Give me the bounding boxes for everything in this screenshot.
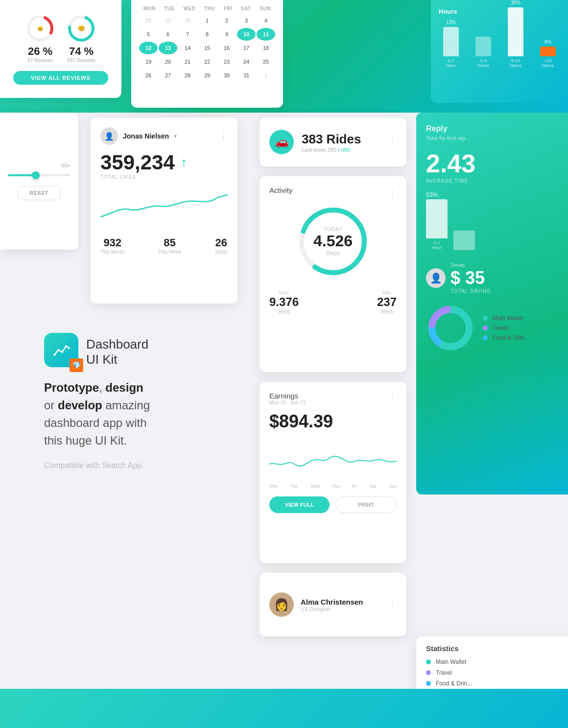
slider-card: 60+ RESET: [0, 113, 78, 250]
cal-cell[interactable]: 23: [217, 55, 236, 68]
cal-cell[interactable]: 28: [178, 69, 197, 82]
cal-cell[interactable]: 31: [237, 69, 256, 82]
cal-cell[interactable]: 29: [159, 14, 177, 27]
bar-label: 8-24Hours: [510, 58, 521, 68]
steps-value: 4.526: [313, 232, 353, 250]
earnings-chart: [269, 440, 397, 479]
avg-time-number: 2.43: [426, 149, 558, 178]
dropdown-icon[interactable]: ▾: [174, 133, 177, 140]
profile-info: Alma Christensen UX Designer: [301, 598, 381, 612]
cal-cell[interactable]: 20: [159, 55, 177, 68]
wallet-donut: [426, 304, 475, 352]
review-sub-1: 57 Reviews: [27, 58, 53, 63]
activity-card: Activity ⋮ TODAY 4.526 Steps MAX 9.376 S…: [260, 176, 406, 372]
stat-travel-label: Travel: [436, 669, 452, 676]
max-label: MAX: [279, 290, 289, 295]
hours-bars: 13% 0-1Hour 1-4Hours 30% 8-24Hours 4% >2…: [439, 21, 560, 80]
stat-num: 932: [103, 236, 121, 249]
stat-travel-dot: [426, 670, 431, 675]
cal-cell[interactable]: 15: [198, 42, 216, 54]
cal-cell[interactable]: 3: [237, 14, 256, 27]
min-unit: Steps: [380, 309, 393, 314]
earnings-title-text: Earnings: [269, 392, 306, 400]
bar-group-24plus: 4% >24Hours: [536, 39, 560, 68]
cal-cell[interactable]: 22: [198, 55, 216, 68]
cal-cell[interactable]: 16: [217, 42, 236, 54]
view-all-reviews-button[interactable]: VIEW ALL REVIEWS: [13, 71, 108, 85]
cal-cell[interactable]: 5: [139, 28, 158, 41]
food-dot: [483, 335, 488, 340]
stat-num: 26: [215, 236, 227, 249]
cal-cell[interactable]: 30: [178, 14, 197, 27]
cal-cell[interactable]: 27: [159, 69, 177, 82]
dashboard-section: 💎 Dashboard UI Kit Prototype, design or …: [44, 333, 250, 470]
reset-button[interactable]: RESET: [18, 186, 61, 200]
cal-cell[interactable]: 1: [198, 14, 216, 27]
bar-label: >24Hours: [542, 58, 554, 68]
cal-cell[interactable]: 19: [139, 55, 158, 68]
stats-row: 932 This Month 85 This Week 26 Today: [100, 236, 228, 255]
wallet-section: Main Wallet Travel Food & Drin...: [426, 304, 558, 352]
cal-cell[interactable]: 17: [237, 42, 256, 54]
cal-cell[interactable]: 8: [198, 28, 216, 41]
statistics-title: Statistics: [426, 644, 558, 653]
view-full-button[interactable]: VIEW FULL: [269, 496, 330, 513]
svg-text:😊: 😊: [78, 24, 85, 32]
cal-cell[interactable]: 24: [237, 55, 256, 68]
day-sun: Sun: [389, 484, 397, 489]
travel-label: Travel: [493, 325, 509, 331]
stat-label: This Week: [158, 249, 181, 255]
donut-center: TODAY 4.526 Steps: [313, 227, 353, 256]
stat-travel: Travel: [426, 669, 558, 676]
cal-cell-selected[interactable]: 11: [257, 28, 275, 41]
earnings-title: Earnings Mon 15 - Sun 21: [269, 392, 306, 405]
bar-rect: [475, 37, 491, 56]
review-item-1: 😐 26 % 57 Reviews: [25, 14, 55, 63]
cal-cell[interactable]: 21: [178, 55, 197, 68]
profile-role: UX Designer: [301, 606, 381, 612]
wallet-legend: Main Wallet Travel Food & Drin...: [483, 315, 529, 341]
cal-cell-selected[interactable]: 10: [237, 28, 256, 41]
likes-number: 359,234 ↑: [100, 151, 228, 174]
print-button[interactable]: PRINT: [335, 496, 397, 513]
earnings-more-button[interactable]: ⋮: [388, 393, 397, 404]
rides-more-button[interactable]: ⋮: [388, 137, 397, 147]
cal-cell[interactable]: 7: [178, 28, 197, 41]
savings-label: TOTAL SAVING: [450, 288, 491, 294]
jonas-header: 👤 Jonas Nielsen ▾ ⋮: [100, 127, 228, 145]
review-pct-1: 26 %: [28, 45, 52, 58]
steps-unit: Steps: [313, 250, 353, 256]
cal-cell[interactable]: 4: [257, 14, 275, 27]
day-fri: Fri: [352, 484, 357, 489]
earnings-amount: $894.39: [269, 411, 397, 432]
panel-bar-group-2: [453, 231, 475, 250]
slider-thumb[interactable]: [32, 171, 40, 179]
stat-main-dot: [426, 659, 431, 664]
savings-name: Jonas: [450, 262, 491, 268]
profile-name: Alma Christensen: [301, 598, 381, 606]
cal-cell[interactable]: 25: [257, 55, 275, 68]
cal-cell[interactable]: 18: [257, 42, 275, 54]
wallet-item-main: Main Wallet: [483, 315, 529, 322]
cal-cell[interactable]: 9: [217, 28, 236, 41]
reply-title: Reply: [426, 124, 558, 133]
cal-cell[interactable]: 1: [257, 69, 275, 82]
cal-cell[interactable]: 29: [198, 69, 216, 82]
cal-cell[interactable]: 28: [139, 14, 158, 27]
day-sat: Sat: [370, 484, 377, 489]
profile-more-button[interactable]: ⋮: [388, 599, 397, 610]
panel-bar-label-1: 0-1Hour: [426, 240, 448, 250]
dashboard-title-line1: Dashboard: [86, 337, 148, 352]
cal-cell[interactable]: 30: [217, 69, 236, 82]
jonas-card: 👤 Jonas Nielsen ▾ ⋮ 359,234 ↑ TOTAL LIKE…: [91, 117, 237, 304]
cal-cell[interactable]: 26: [139, 69, 158, 82]
cal-cell-selected[interactable]: 13: [159, 42, 177, 54]
cal-cell[interactable]: 2: [217, 14, 236, 27]
more-options-button[interactable]: ⋮: [219, 131, 228, 141]
cal-cell[interactable]: 14: [178, 42, 197, 54]
cal-cell-selected[interactable]: 12: [139, 42, 158, 54]
cal-cell[interactable]: 6: [159, 28, 177, 41]
slider-track[interactable]: [8, 174, 71, 176]
max-unit: Steps: [278, 309, 290, 314]
activity-more-button[interactable]: ⋮: [388, 189, 397, 200]
